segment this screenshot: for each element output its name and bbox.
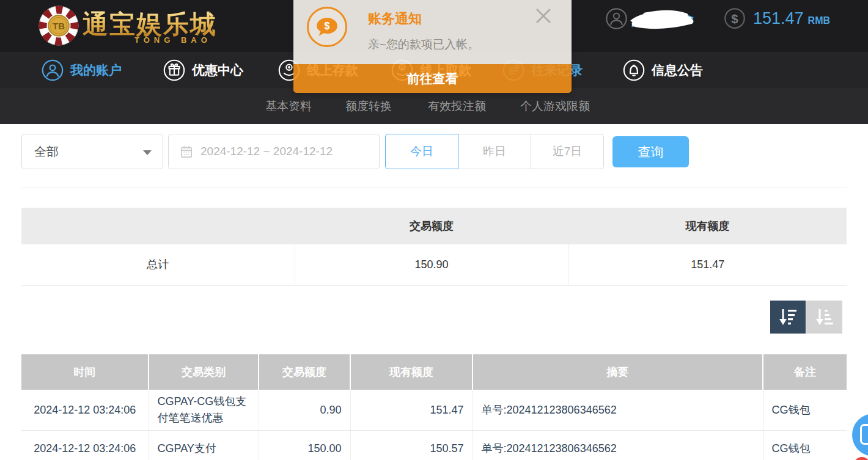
popup-body: $ 账务通知 亲~您的款项已入帐。 <box>293 0 572 64</box>
range-today-button[interactable]: 今日 <box>385 134 458 169</box>
close-icon[interactable] <box>532 5 554 27</box>
sort-ascending-button[interactable] <box>806 301 842 334</box>
summary-col-empty <box>21 208 295 244</box>
bell-icon <box>623 59 645 81</box>
account-notice-popup: $ 账务通知 亲~您的款项已入帐。 前往查看 <box>293 0 572 93</box>
floating-red-widget <box>854 457 868 460</box>
cell-note: CG钱包 <box>763 390 847 431</box>
balance-amount: 151.47 <box>753 9 804 28</box>
summary-total-row: 总计 150.90 151.47 <box>21 244 847 285</box>
brand-subtitle: TONG BAO <box>134 35 211 45</box>
username-redacted <box>627 7 696 33</box>
col-summary: 摘要 <box>473 354 763 390</box>
popup-title: 账务通知 <box>368 10 422 28</box>
service-doc-icon <box>860 424 868 445</box>
subnav-item-game-limits[interactable]: 个人游戏限额 <box>520 88 590 124</box>
svg-text:$: $ <box>731 12 738 26</box>
cell-note: CG钱包 <box>763 431 847 460</box>
col-time: 时间 <box>21 354 149 390</box>
subnav-item-credit-transfer[interactable]: 额度转换 <box>345 88 392 124</box>
col-note: 备注 <box>763 354 847 390</box>
transactions-table: 时间 交易类别 交易额度 现有额度 摘要 备注 2024-12-12 03:24… <box>21 354 847 460</box>
poker-chip-icon: TB <box>38 5 79 46</box>
sort-descending-button[interactable] <box>770 301 806 334</box>
cell-summary: 单号:202412123806346562 <box>473 431 763 460</box>
summary-header-row: 交易额度 现有额度 <box>21 208 847 244</box>
nav-item-announcements[interactable]: 信息公告 <box>623 52 703 88</box>
calendar-icon <box>180 145 193 158</box>
col-type: 交易类别 <box>149 354 259 390</box>
summary-total-amount: 150.90 <box>295 244 568 285</box>
gift-icon <box>163 59 185 81</box>
account-subnav: 基本资料 额度转换 有效投注额 个人游戏限额 <box>0 88 868 124</box>
balance: $ 151.47 RMB <box>724 7 830 29</box>
search-button[interactable]: 查询 <box>612 136 689 167</box>
balance-currency: RMB <box>808 15 830 26</box>
sort-descending-icon <box>778 308 798 326</box>
cell-type: CGPAY支付 <box>149 431 259 460</box>
nav-item-my-account[interactable]: 我的账户 <box>42 52 122 88</box>
col-balance: 现有额度 <box>350 354 473 390</box>
customer-service-float-button[interactable] <box>852 414 868 456</box>
summary-table: 交易额度 现有额度 总计 150.90 151.47 <box>21 208 847 286</box>
date-range-input[interactable]: 2024-12-12 ~ 2024-12-12 <box>168 134 380 169</box>
section-divider <box>21 188 847 188</box>
summary-col-balance: 现有额度 <box>568 208 847 244</box>
svg-text:$: $ <box>325 21 330 31</box>
type-select-value: 全部 <box>34 144 59 160</box>
account-icon <box>42 59 64 81</box>
summary-col-amount: 交易额度 <box>295 208 568 244</box>
nav-label: 我的账户 <box>70 62 122 79</box>
subnav-item-basic-info[interactable]: 基本资料 <box>265 88 312 124</box>
cell-time: 2024-12-12 03:24:06 <box>21 390 149 431</box>
brand-logo[interactable]: TB <box>38 5 79 46</box>
money-message-icon: $ <box>307 7 347 47</box>
subnav-item-valid-bets[interactable]: 有效投注额 <box>428 88 486 124</box>
range-yesterday-button[interactable]: 昨日 <box>458 134 531 169</box>
transaction-type-select[interactable]: 全部 <box>21 134 163 169</box>
cell-time: 2024-12-12 03:24:06 <box>21 431 149 460</box>
page: TB 通宝娱乐城 TONG BAO $ 151.47 <box>0 0 868 460</box>
go-view-button[interactable]: 前往查看 <box>293 64 572 93</box>
nav-label: 信息公告 <box>652 62 703 79</box>
transactions-header-row: 时间 交易类别 交易额度 现有额度 摘要 备注 <box>21 354 847 390</box>
table-row: 2024-12-12 03:24:06 CGPAY-CG钱包支付笔笔送优惠 0.… <box>21 390 847 431</box>
sort-ascending-icon <box>815 308 834 326</box>
chevron-down-icon <box>143 150 152 155</box>
nav-label: 优惠中心 <box>192 62 243 79</box>
cell-summary: 单号:202412123806346562 <box>473 390 763 431</box>
user-menu[interactable] <box>605 7 697 33</box>
cell-amount: 0.90 <box>259 390 350 431</box>
popup-message: 亲~您的款项已入帐。 <box>368 37 479 53</box>
summary-total-label: 总计 <box>21 244 295 285</box>
cell-amount: 150.00 <box>259 431 350 460</box>
nav-item-promotions[interactable]: 优惠中心 <box>163 52 243 88</box>
quick-range-group: 今日 昨日 近7日 <box>385 134 604 169</box>
cell-balance: 150.57 <box>350 431 473 460</box>
col-amount: 交易额度 <box>259 354 350 390</box>
table-row: 2024-12-12 03:24:06 CGPAY支付 150.00 150.5… <box>21 431 847 460</box>
range-7days-button[interactable]: 近7日 <box>531 134 604 169</box>
cell-type: CGPAY-CG钱包支付笔笔送优惠 <box>149 390 259 431</box>
user-icon <box>605 7 628 30</box>
summary-total-balance: 151.47 <box>568 244 847 285</box>
date-range-value: 2024-12-12 ~ 2024-12-12 <box>200 145 333 158</box>
cell-balance: 151.47 <box>350 390 473 431</box>
svg-text:TB: TB <box>53 21 65 31</box>
dollar-coin-icon: $ <box>724 7 746 29</box>
